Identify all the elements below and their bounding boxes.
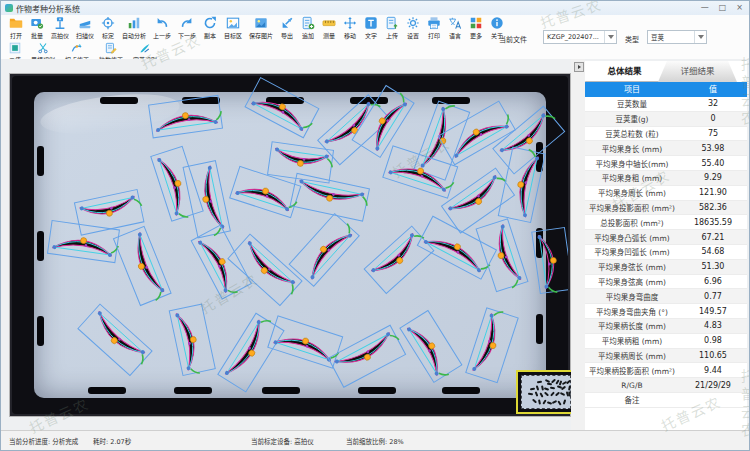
toolbar-button-upload[interactable]: 上传 — [383, 15, 401, 41]
undo-arrow-icon — [155, 16, 169, 30]
toolbar-button-save-image[interactable]: 保存图片 — [247, 15, 275, 41]
pod-annotation[interactable] — [438, 308, 526, 376]
toolbar-button-move[interactable]: 移动 — [341, 15, 359, 41]
tray-image — [12, 76, 568, 414]
batch-camera-icon — [30, 16, 44, 30]
chevron-down-icon — [604, 31, 616, 43]
result-row: 平均果柄粗 (mm)0.98 — [585, 334, 747, 349]
toolbar-button-measure[interactable]: 测量 — [320, 15, 338, 41]
result-value: 67.21 — [679, 230, 747, 244]
toolbar-button-label: 打印 — [428, 31, 440, 40]
result-row: 平均果身凹弧长 (mm)54.68 — [585, 245, 747, 260]
toolbar-button-print[interactable]: 打印 — [425, 15, 443, 41]
pod-annotation[interactable] — [288, 153, 376, 221]
toolbar-button-label: 扫描仪 — [76, 31, 94, 40]
toolbar-button-prev-step[interactable]: 上一步 — [151, 15, 173, 41]
column-value: 值 — [679, 82, 747, 97]
curve-point-icon — [71, 42, 83, 54]
binary-icon — [9, 42, 21, 54]
toolbar-row-1: 打开批量高拍仪扫描仪标定自动分析上一步下一步副本目标区保存图片导出追加测量移动文… — [7, 15, 506, 41]
redo-arrow-icon — [180, 16, 194, 30]
toolbar-button-calibrate[interactable]: 标定 — [99, 15, 117, 41]
toolbar-button-text[interactable]: 文字 — [362, 15, 380, 41]
toolbar-button-label: 目标区 — [224, 31, 242, 40]
result-label: 平均果柄周长 (mm) — [585, 349, 679, 363]
status-item-3: 当前标定设备: 高拍仪 — [251, 436, 314, 446]
image-viewer[interactable] — [9, 73, 571, 417]
status-item-2: 耗时: 2.07秒 — [93, 436, 131, 446]
column-item: 项目 — [585, 82, 679, 97]
toolbar-button-duplicate[interactable]: 副本 — [201, 15, 219, 41]
result-value: 18635.59 — [679, 215, 747, 229]
toolbar-button-label: 测量 — [323, 31, 335, 40]
result-value — [679, 393, 747, 407]
toolbar-button-pod-detect[interactable]: 空荚识别 — [131, 41, 159, 59]
refresh-icon — [203, 16, 217, 30]
thumbnail-pod-mark — [535, 392, 539, 397]
toolbar-button-append[interactable]: 追加 — [299, 15, 317, 41]
pod-annotation[interactable] — [488, 153, 568, 221]
result-value: 121.90 — [679, 186, 747, 200]
result-label: 平均果身中轴长(mm) — [585, 156, 679, 170]
status-item-1: 当前分析进度: 分析完成 — [9, 436, 78, 446]
toolbar-button-binarize[interactable]: 二值 — [7, 41, 23, 59]
toolbar-button-auto-analyze[interactable]: 自动分析 — [120, 15, 148, 41]
type-dropdown[interactable]: 豆荚 — [647, 30, 707, 44]
grid-icon — [469, 16, 483, 30]
result-label: 平均果身弦高 (mm) — [585, 275, 679, 289]
result-row: 豆荚总粒数 (粒)75 — [585, 127, 747, 142]
toolbar-button-label: 更多 — [470, 31, 482, 40]
thumbnail-pod-mark — [528, 392, 533, 395]
toolbar-button-label: 下一步 — [178, 31, 196, 40]
toolbar-button-batch[interactable]: 批量 — [28, 15, 46, 41]
close-button[interactable]: × — [736, 2, 743, 14]
pod-annotation[interactable] — [143, 93, 231, 161]
results-tab-detailed[interactable]: 详细结果 — [658, 61, 737, 82]
panel-splitter[interactable] — [571, 59, 585, 431]
doc-camera-icon — [53, 16, 67, 30]
toolbar-button-stem-cut[interactable]: 果柄切割 — [29, 41, 57, 59]
toolbar-button-language[interactable]: 语言 — [446, 15, 464, 41]
result-value: 0.98 — [679, 334, 747, 348]
toolbar-button-scanner[interactable]: 扫描仪 — [74, 15, 96, 41]
ruler-icon — [322, 16, 336, 30]
toolbar-button-seed-count-fix[interactable]: 粒数修正 — [97, 41, 125, 59]
binary-icon — [9, 42, 21, 54]
toolbar-button-label: 语言 — [449, 31, 461, 40]
info-icon — [490, 16, 504, 30]
toolbar-button-export[interactable]: 导出 — [278, 15, 296, 41]
info-icon — [490, 16, 504, 30]
results-tabs: 总体结果详细结果 — [585, 61, 747, 82]
results-table-body: 豆荚数量32豆荚重(g)0豆荚总粒数 (粒)75平均果身长 (mm)53.98平… — [585, 97, 747, 431]
doc-camera-icon — [53, 16, 67, 30]
target-image-icon — [226, 16, 240, 30]
toolbar-button-next-step[interactable]: 下一步 — [176, 15, 198, 41]
result-label: R/G/B — [585, 378, 679, 392]
toolbar-button-target-area[interactable]: 目标区 — [222, 15, 244, 41]
navigator-thumbnail[interactable] — [516, 370, 576, 414]
result-row: 平均果柄周长 (mm)110.65 — [585, 349, 747, 364]
toolbar-button-label: 移动 — [344, 31, 356, 40]
toolbar-button-doc-camera[interactable]: 高拍仪 — [49, 15, 71, 41]
maximize-button[interactable]: □ — [719, 2, 727, 14]
grid-icon — [469, 16, 483, 30]
current-file-dropdown[interactable]: KZGP_202407... — [543, 30, 617, 44]
collapse-panel-button[interactable] — [574, 62, 584, 72]
result-label: 平均果身弯曲夹角 (°) — [585, 304, 679, 318]
pod-annotation[interactable] — [498, 228, 568, 296]
result-row: 平均果身投影面积 (mm²)582.36 — [585, 201, 747, 216]
toolbar-button-inflection-fix[interactable]: 拐点修正 — [63, 41, 91, 59]
toolbar: 打开批量高拍仪扫描仪标定自动分析上一步下一步副本目标区保存图片导出追加测量移动文… — [1, 15, 749, 60]
toolbar-button-more[interactable]: 更多 — [467, 15, 485, 41]
thumbnail-content — [521, 375, 571, 409]
result-row: 平均果身弯曲度0.77 — [585, 289, 747, 304]
redo-arrow-icon — [180, 16, 194, 30]
result-value: 6.96 — [679, 275, 747, 289]
tray-slot — [358, 387, 396, 394]
minimize-button[interactable]: — — [701, 2, 709, 14]
toolbar-button-open[interactable]: 打开 — [7, 15, 25, 41]
results-tab-overall[interactable]: 总体结果 — [585, 61, 664, 82]
result-label: 平均果身弯曲度 — [585, 289, 679, 303]
results-table-header: 项目 值 — [585, 82, 747, 97]
toolbar-button-settings[interactable]: 设置 — [404, 15, 422, 41]
